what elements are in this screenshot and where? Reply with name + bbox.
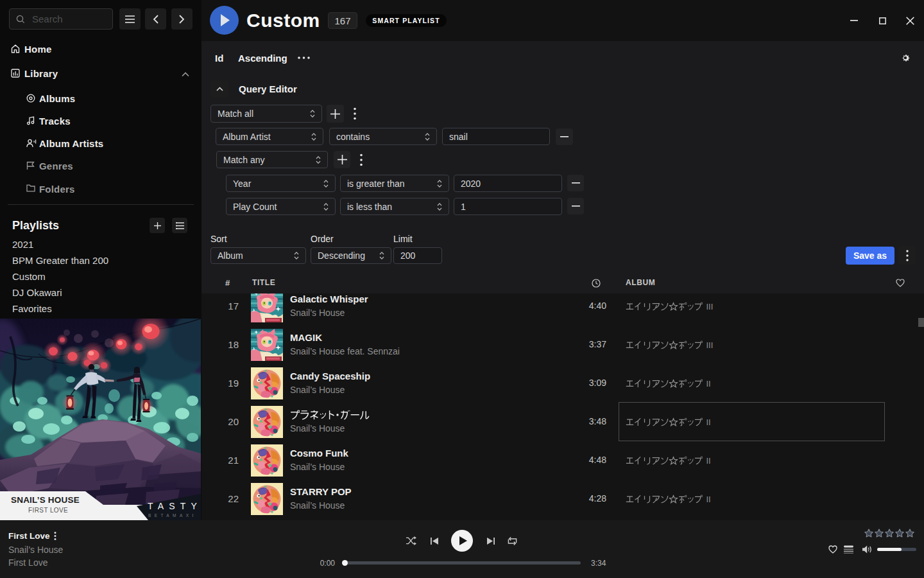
svg-text:III: III xyxy=(706,340,714,349)
svg-text:II: II xyxy=(706,456,711,465)
svg-text:BETAMAXI: BETAMAXI xyxy=(148,513,197,518)
svg-text:III: III xyxy=(706,302,714,311)
svg-text:SNAIL’S HOUSE: SNAIL’S HOUSE xyxy=(11,495,80,505)
svg-text:II: II xyxy=(706,417,711,426)
svg-text:II: II xyxy=(706,379,711,388)
svg-text:II: II xyxy=(706,495,711,504)
svg-text:TASTY: TASTY xyxy=(148,501,201,511)
svg-text:FIRST LOVE: FIRST LOVE xyxy=(28,507,68,514)
